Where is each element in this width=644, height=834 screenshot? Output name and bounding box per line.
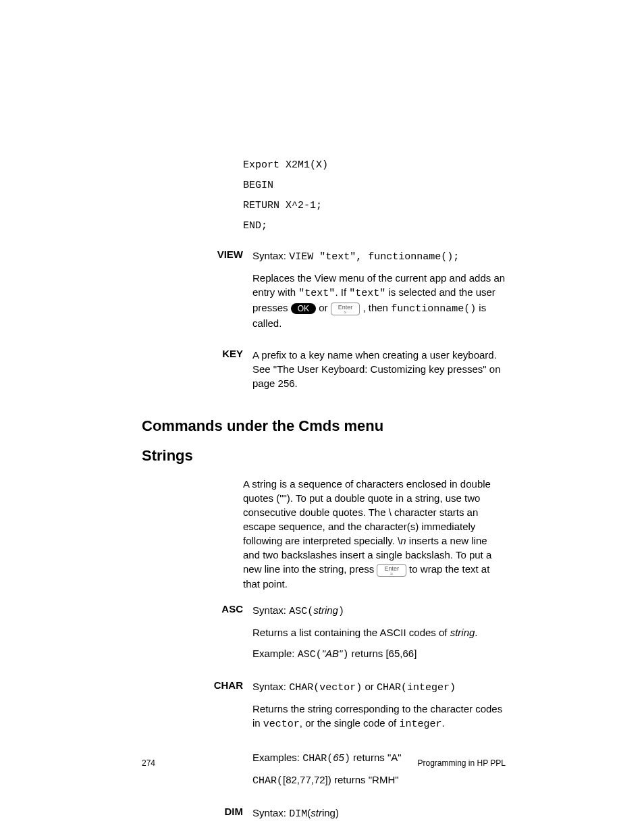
description: Replaces the View menu of the current ap…: [252, 271, 506, 330]
page-content: Export X2M1(X) BEGIN RETURN X^2-1; END; …: [0, 0, 644, 828]
example: Example: ASC("AB") returns [65,66]: [252, 646, 506, 662]
term-label: DIM: [142, 806, 252, 828]
entry-key: KEY A prefix to a key name when creating…: [142, 348, 506, 397]
code-line: RETURN X^2-1;: [243, 196, 506, 216]
strings-intro: A string is a sequence of characters enc…: [243, 477, 506, 591]
definition: A prefix to a key name when creating a u…: [252, 348, 506, 397]
footer-title: Programming in HP PPL: [418, 758, 506, 768]
definition: Syntax: CHAR(vector) or CHAR(integer) Re…: [252, 679, 506, 795]
entry-view: VIEW Syntax: VIEW "text", functionname()…: [142, 249, 506, 337]
entry-dim: DIM Syntax: DIM(string): [142, 806, 506, 828]
code-line: BEGIN: [243, 176, 506, 196]
definition: Syntax: DIM(string): [252, 806, 506, 828]
description: Returns a list containing the ASCII code…: [252, 625, 506, 640]
term-label: ASC: [142, 603, 252, 669]
code-block: Export X2M1(X) BEGIN RETURN X^2-1; END;: [243, 155, 506, 236]
term-label: VIEW: [142, 249, 252, 337]
syntax-line: Syntax: DIM(string): [252, 806, 506, 821]
heading-cmds: Commands under the Cmds menu: [142, 417, 506, 435]
enter-key-icon: Enter≈: [331, 303, 360, 315]
code-line: Export X2M1(X): [243, 155, 506, 176]
page-number: 274: [142, 758, 155, 768]
syntax-line: Syntax: CHAR(vector) or CHAR(integer): [252, 679, 506, 695]
entry-asc: ASC Syntax: ASC(string) Returns a list c…: [142, 603, 506, 669]
enter-key-icon: Enter≈: [377, 564, 406, 577]
code-line: END;: [243, 216, 506, 236]
syntax-line: Syntax: VIEW "text", functionname();: [252, 249, 506, 264]
definition: Syntax: ASC(string) Returns a list conta…: [252, 603, 506, 669]
example: CHAR([82,77,72]) returns "RMH": [252, 773, 506, 788]
heading-strings: Strings: [142, 447, 506, 465]
definition: Syntax: VIEW "text", functionname(); Rep…: [252, 249, 506, 337]
description: A prefix to a key name when creating a u…: [252, 348, 506, 390]
term-label: CHAR: [142, 679, 252, 795]
term-label: KEY: [142, 348, 252, 397]
description: Returns the string corresponding to the …: [252, 702, 506, 731]
ok-key-icon: OK: [291, 303, 316, 314]
entry-char: CHAR Syntax: CHAR(vector) or CHAR(intege…: [142, 679, 506, 795]
page-footer: 274 Programming in HP PPL: [142, 758, 506, 768]
syntax-line: Syntax: ASC(string): [252, 603, 506, 619]
